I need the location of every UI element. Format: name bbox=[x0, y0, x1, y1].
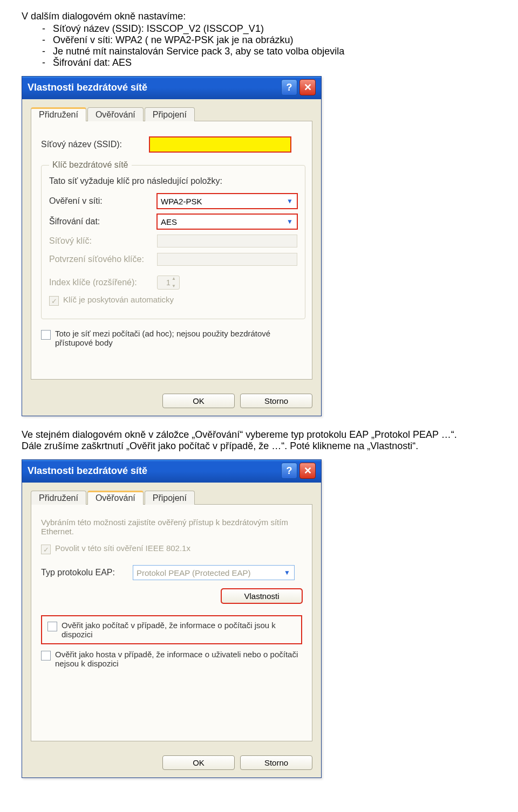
tab-pane-association: Síťový název (SSID): Klíč bezdrátové sít… bbox=[31, 121, 312, 380]
tabstrip: Přidružení Ověřování Připojení bbox=[31, 490, 312, 504]
auth-note: Vybráním této možnosti zajistíte ověřený… bbox=[41, 518, 302, 536]
eap-type-label: Typ protokolu EAP: bbox=[41, 568, 133, 577]
network-auth-value: WPA2-PSK bbox=[161, 197, 202, 206]
key-index-value: 1 bbox=[166, 278, 171, 287]
cancel-button[interactable]: Storno bbox=[240, 755, 312, 770]
network-key-label: Síťový klíč: bbox=[49, 236, 157, 246]
verify-as-guest-checkbox[interactable]: Ověřit jako hosta v případě, že informac… bbox=[41, 650, 302, 668]
bullet-enc: Šifrování dat: AES bbox=[53, 57, 496, 68]
ssid-label: Síťový název (SSID): bbox=[41, 140, 149, 149]
close-icon[interactable]: ✕ bbox=[299, 79, 316, 95]
tab-connection[interactable]: Připojení bbox=[145, 491, 195, 505]
verify-as-guest-label: Ověřit jako hosta v případě, že informac… bbox=[55, 650, 302, 668]
network-auth-label: Ověření v síti: bbox=[49, 196, 157, 206]
adhoc-checkbox[interactable]: Toto je síť mezi počítači (ad hoc); nejs… bbox=[41, 329, 302, 347]
eap-type-combo[interactable]: Protokol PEAP (Protected EAP) ▼ bbox=[133, 565, 295, 580]
data-encryption-combo[interactable]: AES ▼ bbox=[157, 214, 297, 229]
dialog-wireless-properties-2: Vlastnosti bezdrátové sítě ? ✕ Přidružen… bbox=[22, 459, 322, 778]
key-index-spinner: 1 ▲▼ bbox=[157, 276, 180, 290]
bullet-sp3: Je nutné mít nainstalován Service pack 3… bbox=[53, 46, 496, 57]
enable-8021x-label: Povolit v této síti ověření IEEE 802.1x bbox=[55, 543, 190, 553]
tab-connection[interactable]: Připojení bbox=[145, 107, 195, 121]
close-icon[interactable]: ✕ bbox=[299, 463, 316, 479]
ok-button[interactable]: OK bbox=[162, 394, 235, 408]
tab-authentication[interactable]: Ověřování bbox=[87, 107, 144, 121]
verify-as-computer-label: Ověřit jako počítač v případě, že inform… bbox=[62, 621, 296, 639]
group-text: Tato síť vyžaduje klíč pro následující p… bbox=[49, 176, 297, 186]
auto-key-label: Klíč je poskytován automaticky bbox=[63, 295, 174, 304]
tab-authentication[interactable]: Ověřování bbox=[87, 491, 144, 505]
confirm-key-input bbox=[157, 253, 297, 266]
eap-type-value: Protokol PEAP (Protected EAP) bbox=[137, 568, 251, 577]
tab-association[interactable]: Přidružení bbox=[31, 491, 86, 505]
chevron-down-icon: ▼ bbox=[285, 196, 295, 206]
bullet-ssid: Síťový název (SSID): ISSCOP_V2 (ISSCOP_V… bbox=[53, 23, 496, 35]
help-icon[interactable]: ? bbox=[281, 79, 297, 95]
data-encryption-label: Šifrování dat: bbox=[49, 217, 157, 226]
network-key-input bbox=[157, 235, 297, 247]
confirm-key-label: Potvrzení síťového klíče: bbox=[49, 254, 157, 264]
chevron-down-icon: ▼ bbox=[282, 568, 292, 577]
wireless-key-group: Klíč bezdrátové sítě Tato síť vyžaduje k… bbox=[41, 160, 305, 319]
properties-button[interactable]: Vlastnosti bbox=[221, 589, 302, 603]
mid-paragraph: Ve stejném dialogovém okně v záložce „Ov… bbox=[22, 429, 496, 452]
enable-8021x-checkbox: ✓ Povolit v této síti ověření IEEE 802.1… bbox=[41, 543, 302, 554]
intro-bullets: Síťový název (SSID): ISSCOP_V2 (ISSCOP_V… bbox=[22, 23, 496, 68]
tab-pane-authentication: Vybráním této možnosti zajistíte ověřený… bbox=[31, 504, 312, 741]
titlebar: Vlastnosti bezdrátové sítě ? ✕ bbox=[22, 77, 321, 99]
cancel-button[interactable]: Storno bbox=[240, 394, 312, 408]
dialog-title: Vlastnosti bezdrátové sítě bbox=[28, 465, 147, 477]
tabstrip: Přidružení Ověřování Připojení bbox=[31, 107, 312, 121]
help-icon[interactable]: ? bbox=[281, 463, 297, 479]
verify-as-computer-checkbox[interactable]: Ověřit jako počítač v případě, že inform… bbox=[47, 621, 296, 639]
dialog-wireless-properties-1: Vlastnosti bezdrátové sítě ? ✕ Přidružen… bbox=[22, 76, 322, 416]
key-index-label: Index klíče (rozšířené): bbox=[49, 278, 157, 287]
titlebar: Vlastnosti bezdrátové sítě ? ✕ bbox=[22, 460, 321, 483]
group-legend: Klíč bezdrátové sítě bbox=[49, 160, 132, 170]
chevron-down-icon: ▼ bbox=[285, 217, 295, 226]
adhoc-label: Toto je síť mezi počítači (ad hoc); nejs… bbox=[55, 329, 302, 347]
ssid-input[interactable] bbox=[149, 136, 291, 153]
verify-as-computer-highlight: Ověřit jako počítač v případě, že inform… bbox=[41, 615, 302, 644]
intro-text: V dalším dialogovém okně nastavíme: bbox=[22, 11, 496, 22]
tab-association[interactable]: Přidružení bbox=[31, 107, 86, 121]
mid-paragraph-line1: Ve stejném dialogovém okně v záložce „Ov… bbox=[22, 429, 457, 440]
auto-key-checkbox: ✓ Klíč je poskytován automaticky bbox=[49, 295, 297, 306]
dialog-title: Vlastnosti bezdrátové sítě bbox=[28, 82, 147, 93]
bullet-auth: Ověření v síti: WPA2 ( ne WPA2-PSK jak j… bbox=[53, 35, 496, 46]
data-encryption-value: AES bbox=[161, 217, 177, 226]
mid-paragraph-line2: Dále zrušíme zaškrtnutí „Ověřit jako poč… bbox=[22, 441, 418, 451]
network-auth-combo[interactable]: WPA2-PSK ▼ bbox=[157, 194, 297, 209]
ok-button[interactable]: OK bbox=[162, 755, 235, 770]
